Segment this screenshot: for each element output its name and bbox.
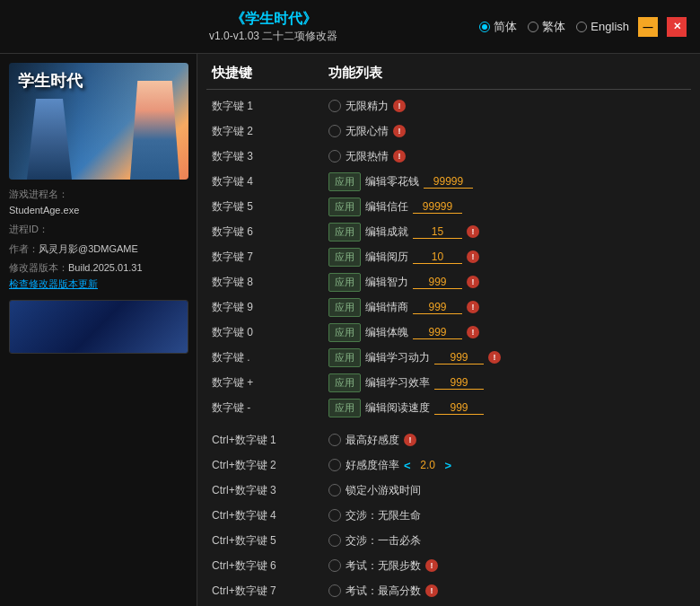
shortcut-key: 数字键 5 bbox=[212, 199, 328, 215]
arrow-value: 2.0 bbox=[415, 459, 442, 471]
value-input[interactable] bbox=[424, 175, 473, 189]
shortcut-key: 数字键 9 bbox=[212, 300, 328, 315]
shortcut-key: 数字键 6 bbox=[212, 224, 328, 240]
toggle-circle[interactable] bbox=[328, 584, 341, 597]
warn-icon[interactable]: ! bbox=[393, 150, 406, 162]
apply-button[interactable]: 应用 bbox=[328, 273, 361, 292]
feature-right: 应用编辑零花钱 bbox=[328, 172, 686, 191]
shortcut-key: 数字键 + bbox=[212, 375, 328, 391]
table-row: Ctrl+数字键 7考试：最高分数! bbox=[206, 578, 691, 603]
warn-icon[interactable]: ! bbox=[467, 301, 479, 313]
table-row: Ctrl+数字键 6考试：无限步数! bbox=[206, 553, 691, 578]
language-selector: 简体 繁体 English bbox=[479, 19, 629, 35]
toggle-circle[interactable] bbox=[328, 559, 341, 572]
title-center: 《学生时代》 v1.0-v1.03 二十二项修改器 bbox=[67, 10, 479, 44]
value-input[interactable] bbox=[413, 250, 462, 264]
lang-traditional[interactable]: 繁体 bbox=[528, 19, 565, 35]
apply-button[interactable]: 应用 bbox=[328, 198, 361, 216]
feature-right: 应用编辑学习动力! bbox=[328, 348, 686, 367]
toggle-circle[interactable] bbox=[328, 434, 341, 446]
toggle-circle[interactable] bbox=[328, 100, 341, 112]
warn-icon[interactable]: ! bbox=[425, 559, 438, 572]
shortcut-key: 数字键 7 bbox=[212, 250, 328, 265]
table-row: Ctrl+数字键 4交涉：无限生命 bbox=[206, 503, 691, 528]
feature-right: 应用编辑阅历! bbox=[328, 248, 686, 267]
check-update-link[interactable]: 检查修改器版本更新 bbox=[9, 278, 98, 289]
increase-button[interactable]: > bbox=[445, 459, 452, 472]
warn-icon[interactable]: ! bbox=[404, 434, 416, 446]
feature-right: 应用编辑阅读速度 bbox=[328, 399, 686, 417]
shortcut-key: 数字键 3 bbox=[212, 149, 328, 164]
value-input[interactable] bbox=[434, 401, 484, 415]
sidebar-banner bbox=[9, 300, 188, 354]
apply-button[interactable]: 应用 bbox=[328, 248, 361, 267]
lang-english[interactable]: English bbox=[576, 20, 629, 33]
feature-name: 编辑情商 bbox=[365, 300, 408, 315]
game-image: 学生时代 bbox=[9, 63, 188, 180]
table-row: Ctrl+数字键 1最高好感度! bbox=[206, 427, 691, 452]
shortcut-key: 数字键 - bbox=[212, 400, 328, 416]
col-shortcut: 快捷键 bbox=[212, 65, 328, 82]
toggle-circle[interactable] bbox=[328, 459, 341, 471]
author-value: 风灵月影@3DMGAME bbox=[39, 243, 138, 254]
warn-icon[interactable]: ! bbox=[467, 250, 479, 263]
shortcut-key: Ctrl+数字键 7 bbox=[212, 584, 328, 599]
feature-name: 编辑学习动力 bbox=[365, 350, 430, 365]
warn-icon[interactable]: ! bbox=[467, 276, 479, 288]
value-input[interactable] bbox=[434, 351, 484, 364]
toggle-circle[interactable] bbox=[328, 150, 341, 162]
decrease-button[interactable]: < bbox=[404, 459, 411, 472]
feature-name: 考试：最高分数 bbox=[346, 584, 421, 599]
shortcut-key: 数字键 1 bbox=[212, 99, 328, 114]
lang-simplified[interactable]: 简体 bbox=[479, 19, 517, 35]
shortcut-key: 数字键 4 bbox=[212, 174, 328, 189]
feature-name: 编辑零花钱 bbox=[365, 174, 419, 189]
feature-name: 好感度倍率 bbox=[346, 458, 399, 473]
shortcut-key: Ctrl+数字键 4 bbox=[212, 508, 328, 523]
apply-button[interactable]: 应用 bbox=[328, 172, 361, 191]
toggle-circle[interactable] bbox=[328, 484, 341, 496]
warn-icon[interactable]: ! bbox=[393, 100, 406, 112]
value-input[interactable] bbox=[434, 376, 484, 390]
value-input[interactable] bbox=[413, 276, 462, 289]
warn-icon[interactable]: ! bbox=[393, 125, 406, 137]
process-info: 游戏进程名： StudentAge.exe 进程ID： 作者：风灵月影@3DMG… bbox=[9, 187, 188, 293]
feature-right: 考试：最高分数! bbox=[328, 584, 686, 599]
shortcut-key: Ctrl+数字键 5 bbox=[212, 533, 328, 549]
app-title: 《学生时代》 bbox=[67, 10, 479, 29]
apply-button[interactable]: 应用 bbox=[328, 399, 361, 417]
col-feature: 功能列表 bbox=[328, 65, 686, 82]
feature-right: 考试：无限步数! bbox=[328, 558, 686, 574]
title-bar: 《学生时代》 v1.0-v1.03 二十二项修改器 简体 繁体 English … bbox=[0, 0, 700, 54]
minimize-button[interactable]: — bbox=[638, 17, 658, 37]
close-button[interactable]: ✕ bbox=[667, 17, 687, 37]
toggle-circle[interactable] bbox=[328, 125, 341, 137]
value-input[interactable] bbox=[413, 200, 462, 214]
value-input[interactable] bbox=[413, 326, 462, 339]
main-layout: 学生时代 游戏进程名： StudentAge.exe 进程ID： 作者：风灵月影… bbox=[0, 54, 700, 606]
feature-right: 好感度倍率<2.0> bbox=[328, 458, 686, 473]
version-value: Build.2025.01.31 bbox=[68, 262, 143, 273]
value-input[interactable] bbox=[413, 301, 462, 314]
table-row: 数字键 1无限精力! bbox=[206, 93, 691, 119]
warn-icon[interactable]: ! bbox=[467, 225, 479, 238]
apply-button[interactable]: 应用 bbox=[328, 348, 361, 367]
toggle-circle[interactable] bbox=[328, 534, 341, 547]
feature-right: 交涉：一击必杀 bbox=[328, 533, 686, 549]
warn-icon[interactable]: ! bbox=[488, 351, 501, 364]
value-input[interactable] bbox=[413, 225, 462, 239]
feature-name: 交涉：一击必杀 bbox=[346, 533, 421, 549]
apply-button[interactable]: 应用 bbox=[328, 373, 361, 392]
arrow-control: <2.0> bbox=[404, 459, 451, 472]
shortcut-key: Ctrl+数字键 1 bbox=[212, 433, 328, 448]
apply-button[interactable]: 应用 bbox=[328, 223, 361, 242]
apply-button[interactable]: 应用 bbox=[328, 323, 361, 342]
table-row: 数字键 3无限热情! bbox=[206, 144, 691, 169]
process-label: 游戏进程名： bbox=[9, 189, 68, 199]
toggle-circle[interactable] bbox=[328, 509, 341, 522]
warn-icon[interactable]: ! bbox=[425, 584, 438, 597]
apply-button[interactable]: 应用 bbox=[328, 298, 361, 317]
feature-name: 无限心情 bbox=[346, 124, 389, 139]
warn-icon[interactable]: ! bbox=[467, 326, 479, 338]
feature-right: 无限精力! bbox=[328, 99, 686, 114]
